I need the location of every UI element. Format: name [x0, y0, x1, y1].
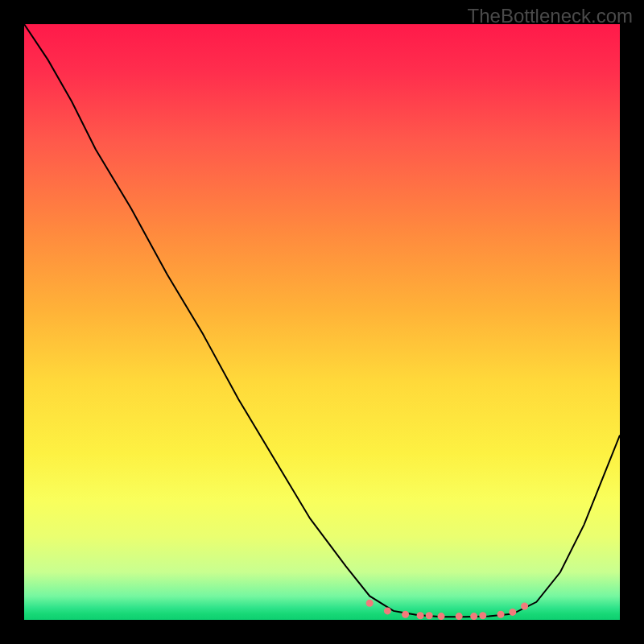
scatter-dot — [479, 612, 486, 619]
scatter-dot — [438, 613, 445, 620]
scatter-dot — [426, 612, 433, 619]
chart-plot-area — [24, 24, 620, 620]
chart-line — [24, 24, 620, 617]
scatter-dot — [366, 600, 374, 607]
scatter-dot — [497, 611, 505, 618]
scatter-dot — [384, 607, 391, 614]
scatter-dot — [417, 612, 424, 619]
scatter-dot — [402, 611, 409, 618]
chart-svg — [24, 24, 620, 620]
scatter-dot — [456, 613, 463, 620]
scatter-dot — [470, 613, 477, 620]
scatter-dot — [521, 603, 528, 610]
watermark-text: TheBottleneck.com — [468, 5, 633, 27]
scatter-dot — [509, 609, 516, 616]
